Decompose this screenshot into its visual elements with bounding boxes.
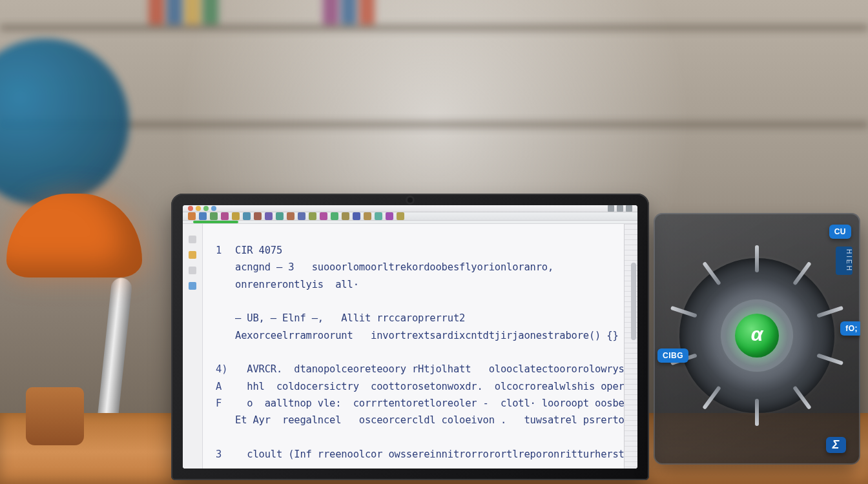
code-line[interactable]: onrenrerontlyis all·: [216, 276, 612, 293]
chair: [0, 39, 129, 207]
code-line[interactable]: Et Ayr reegalncel osceorcercldl coloeivo…: [216, 412, 612, 429]
toolbar-icon[interactable]: [221, 212, 229, 220]
line-text: cloult (Inf rreenoolcor owssereinnitrorr…: [235, 449, 624, 460]
line-text: Aexorceelrramroorunt invortrextsardixcnt…: [235, 330, 619, 341]
toolbar-icon[interactable]: [243, 212, 251, 220]
toolbar-icon[interactable]: [386, 212, 393, 220]
toolbar-icon[interactable]: [331, 212, 338, 220]
gadget-chip-right: fO;: [840, 321, 860, 336]
line-marker: 3: [216, 446, 230, 463]
code-line[interactable]: 4) AVRCR. dtanopolceoreteoory rHtjolhatt…: [216, 361, 612, 378]
editor-gutter: [183, 224, 203, 469]
window-control[interactable]: [608, 205, 614, 212]
code-line[interactable]: 3 cloult (Inf rreenoolcor owssereinnitro…: [216, 446, 612, 463]
window-dot[interactable]: [211, 206, 216, 211]
toolbar-icon[interactable]: [320, 212, 327, 220]
toolbar-icon[interactable]: [199, 212, 207, 220]
line-text: o aalltnop vle: corrrtentoretloreoler - …: [235, 398, 624, 409]
window-control[interactable]: [617, 205, 623, 212]
toolbar-icon[interactable]: [232, 212, 240, 220]
code-line[interactable]: [216, 344, 612, 361]
gadget-chip-left: CIBG: [657, 348, 688, 363]
toolbar-icon[interactable]: [188, 212, 196, 220]
toolbar-icon[interactable]: [210, 212, 218, 220]
gadget-chip-top: CU: [829, 225, 851, 239]
active-tab-indicator: [193, 221, 238, 223]
toolbar-icon[interactable]: [254, 212, 262, 220]
gadget-vertical-tag: HIEH: [836, 247, 852, 275]
code-line[interactable]: 1CIR 4075: [216, 242, 612, 259]
laptop-camera: [408, 197, 413, 203]
gadget-spoke: [755, 399, 759, 426]
tech-gadget: α CU HIEH fO; CIBG Σ: [654, 213, 860, 465]
gadget-chip-sigma: Σ: [826, 437, 846, 453]
code-line[interactable]: – UB, – Elnf –, Allit rrccaroprerrut2: [216, 310, 612, 327]
gutter-icon: [189, 282, 196, 290]
line-marker: 1: [216, 242, 230, 259]
window-titlebar: [183, 205, 637, 212]
line-text: CIR 4075: [235, 245, 282, 256]
core-glyph: α: [743, 320, 771, 348]
laptop-screen: 1CIR 4075acngnd — 3 suooorlomoorltrekord…: [183, 205, 637, 469]
editor-scrollbar[interactable]: [631, 263, 636, 340]
window-dot[interactable]: [203, 206, 209, 211]
gutter-icon: [189, 251, 196, 259]
line-text: – UB, – Elnf –, Allit rrccaroprerrut2: [235, 312, 465, 324]
gadget-frame: α CU HIEH fO; CIBG Σ: [654, 213, 860, 465]
line-text: acngnd — 3 suooorlomoorltrekordoobesflyo…: [235, 261, 553, 273]
window-control[interactable]: [626, 205, 632, 212]
code-line[interactable]: A hhl coldocersictry coottorosetonwoxdr.…: [216, 378, 612, 395]
toolbar-icon[interactable]: [276, 212, 284, 220]
line-marker: A: [216, 378, 230, 395]
line-marker: F: [216, 395, 230, 412]
office-scene: 1CIR 4075acngnd — 3 suooorlomoorltrekord…: [0, 0, 868, 484]
toolbar-icon[interactable]: [364, 212, 371, 220]
pencil-holder: [26, 387, 84, 445]
gadget-spoke: [755, 245, 759, 272]
code-text-area[interactable]: 1CIR 4075acngnd — 3 suooorlomoorltrekord…: [203, 224, 624, 469]
toolbar-icon[interactable]: [375, 212, 382, 220]
gutter-icon: [189, 267, 196, 274]
code-line[interactable]: [216, 429, 612, 446]
code-line[interactable]: acngnd — 3 suooorlomoorltrekordoobesflyo…: [216, 259, 612, 276]
toolbar-icon[interactable]: [287, 212, 294, 220]
code-line[interactable]: Aexorceelrramroorunt invortrextsardixcnt…: [216, 327, 612, 344]
window-dot[interactable]: [188, 206, 193, 211]
gutter-icon: [189, 236, 196, 243]
toolbar-icon[interactable]: [342, 212, 349, 220]
code-editor[interactable]: 1CIR 4075acngnd — 3 suooorlomoorltrekord…: [183, 224, 637, 469]
line-text: Et Ayr reegalncel osceorcercldl coloeivo…: [235, 414, 624, 426]
toolbar-icon[interactable]: [397, 212, 404, 220]
code-line[interactable]: F o aalltnop vle: corrrtentoretloreoler …: [216, 395, 612, 412]
laptop: 1CIR 4075acngnd — 3 suooorlomoorltrekord…: [171, 194, 649, 480]
editor-toolbar: [183, 212, 637, 221]
vertical-ruler: [624, 224, 637, 469]
toolbar-icon[interactable]: [353, 212, 360, 220]
line-text: hhl coldocersictry coottorosetonwoxdr. o…: [235, 381, 624, 392]
line-text: onrenrerontlyis all·: [235, 279, 359, 290]
window-dot[interactable]: [196, 206, 201, 211]
code-line[interactable]: [216, 293, 612, 310]
toolbar-icon[interactable]: [298, 212, 305, 220]
toolbar-icon[interactable]: [265, 212, 273, 220]
toolbar-icon[interactable]: [309, 212, 316, 220]
line-marker: 4): [216, 361, 230, 378]
line-text: AVRCR. dtanopolceoreteoory rHtjolhatt ol…: [235, 363, 624, 375]
